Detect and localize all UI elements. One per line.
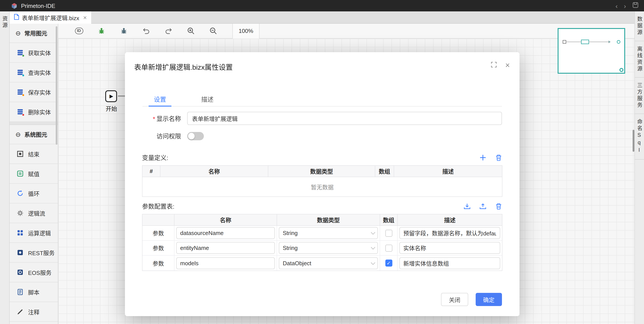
export-params-icon[interactable] bbox=[479, 202, 486, 210]
assign-icon bbox=[17, 170, 24, 177]
palette-item-label: 赋值 bbox=[28, 170, 40, 178]
col-header: 描述 bbox=[398, 214, 502, 225]
editor-tab[interactable]: 表单新增扩展逻辑.bizx × bbox=[10, 12, 91, 24]
chevron-down-icon bbox=[371, 260, 375, 264]
minimap-resize-handle[interactable] bbox=[620, 68, 624, 72]
chevron-down-icon bbox=[371, 245, 375, 250]
zoom-in-icon[interactable] bbox=[187, 27, 195, 35]
app-logo-icon bbox=[11, 2, 18, 9]
palette-item-delete-entity[interactable]: 删除实体 bbox=[10, 102, 58, 122]
right-rail: 数据源 离线资源 三方服务 命名Sql bbox=[634, 12, 644, 324]
left-rail: 资源 bbox=[0, 12, 10, 324]
tab-bar: 表单新增扩展逻辑.bizx × bbox=[10, 12, 634, 24]
access-label: 访问权限 bbox=[142, 132, 181, 140]
palette-item-get-entity[interactable]: 获取实体 bbox=[10, 43, 58, 63]
zoom-out-icon[interactable] bbox=[209, 27, 217, 35]
delete-param-icon[interactable] bbox=[494, 202, 502, 210]
variables-title: 变量定义: bbox=[142, 153, 168, 162]
canvas-scrollbar[interactable] bbox=[632, 130, 634, 152]
param-name-input[interactable] bbox=[176, 257, 275, 269]
palette-item-assign[interactable]: 赋值 bbox=[10, 164, 58, 184]
nav-back-icon[interactable]: ‹ bbox=[616, 2, 618, 9]
palette-item-comment[interactable]: 注释 bbox=[10, 302, 58, 322]
play-icon: ▶ bbox=[110, 94, 113, 99]
collapse-icon[interactable]: ⊖ bbox=[15, 30, 21, 36]
dialog-close-icon[interactable]: × bbox=[505, 62, 510, 69]
debug-run-icon[interactable] bbox=[97, 27, 105, 35]
toggle-knob bbox=[188, 133, 195, 139]
palette-item-end[interactable]: 结束 bbox=[10, 144, 58, 164]
debug-icon[interactable] bbox=[120, 27, 128, 35]
palette-item-rest-service[interactable]: REST服务 bbox=[10, 243, 58, 262]
palette-scrollbar[interactable] bbox=[56, 26, 58, 145]
param-type-select[interactable]: String bbox=[279, 242, 378, 254]
params-table: 名称 数据类型 数组 描述 参数 String ✓ 参数 String ✓ 参 bbox=[142, 214, 502, 271]
param-name-input[interactable] bbox=[176, 227, 275, 239]
access-toggle[interactable] bbox=[187, 132, 204, 140]
palette-item-label: 循环 bbox=[28, 189, 40, 198]
import-params-icon[interactable] bbox=[463, 202, 471, 210]
palette-item-script[interactable]: 脚本 bbox=[10, 282, 58, 302]
param-name-input[interactable] bbox=[176, 242, 275, 254]
properties-dialog: 表单新增扩展逻辑.bizx属性设置 × 设置 描述 *显示名称 访问权限 变量定… bbox=[125, 52, 520, 316]
right-rail-named-sql[interactable]: 命名Sql bbox=[635, 114, 644, 160]
palette-item-label: 运算逻辑 bbox=[28, 229, 51, 237]
zoom-level[interactable]: 100% bbox=[232, 24, 260, 38]
app-window: Primeton-IDE ‹ › 资源 表单新增扩展逻辑.bizx × ⊖ 常用… bbox=[0, 0, 644, 324]
array-checkbox[interactable]: ✓ bbox=[385, 230, 392, 236]
palette-item-query-entity[interactable]: 查询实体 bbox=[10, 63, 58, 82]
start-node[interactable]: ▶ bbox=[105, 90, 117, 102]
save-icon[interactable] bbox=[632, 2, 639, 10]
palette-item-label: 结束 bbox=[28, 150, 40, 158]
palette-item-label: 脚本 bbox=[28, 288, 40, 296]
palette-item-logic-flow[interactable]: 逻辑流 bbox=[10, 204, 58, 223]
fullscreen-icon[interactable] bbox=[491, 62, 497, 69]
col-header: 数据类型 bbox=[277, 214, 380, 225]
tab-description[interactable]: 描述 bbox=[196, 92, 219, 106]
minimap[interactable] bbox=[558, 28, 625, 74]
right-rail-offline-resources[interactable]: 离线资源 bbox=[635, 41, 644, 78]
palette-section-system[interactable]: ⊖ 系统图元 bbox=[10, 125, 58, 144]
delete-variable-icon[interactable] bbox=[494, 154, 502, 161]
titlebar: Primeton-IDE ‹ › bbox=[0, 0, 644, 12]
close-button[interactable]: 关闭 bbox=[441, 293, 468, 306]
dialog-tabs: 设置 描述 bbox=[142, 92, 502, 106]
add-variable-icon[interactable] bbox=[479, 154, 486, 161]
tab-settings[interactable]: 设置 bbox=[148, 92, 172, 106]
dialog-title: 表单新增扩展逻辑.bizx属性设置 bbox=[134, 62, 233, 72]
palette-item-label: 逻辑流 bbox=[28, 209, 45, 217]
end-icon bbox=[17, 150, 24, 158]
array-checkbox[interactable]: ✓ bbox=[385, 260, 392, 266]
param-desc-input[interactable] bbox=[400, 227, 500, 239]
id-toggle-icon[interactable]: ID bbox=[75, 27, 83, 35]
redo-icon[interactable] bbox=[164, 27, 172, 35]
array-checkbox[interactable]: ✓ bbox=[385, 244, 392, 252]
palette-item-eos-service[interactable]: EOS服务 bbox=[10, 262, 58, 282]
ok-button[interactable]: 确定 bbox=[476, 293, 502, 306]
palette-item-label: 注释 bbox=[28, 308, 40, 316]
right-rail-datasource[interactable]: 数据源 bbox=[635, 12, 644, 41]
collapse-icon[interactable]: ⊖ bbox=[15, 131, 21, 138]
right-rail-third-party-services[interactable]: 三方服务 bbox=[635, 78, 644, 114]
logic-flow-icon bbox=[17, 210, 24, 216]
palette-item-loop[interactable]: 循环 bbox=[10, 184, 58, 204]
palette-item-operation-logic[interactable]: 运算逻辑 bbox=[10, 223, 58, 243]
tab-close-icon[interactable]: × bbox=[83, 14, 86, 20]
palette-item-label: 获取实体 bbox=[28, 48, 51, 57]
display-name-input[interactable] bbox=[187, 112, 502, 125]
operation-logic-icon bbox=[17, 229, 24, 236]
palette-item-save-entity[interactable]: 保存实体 bbox=[10, 82, 58, 102]
comment-icon bbox=[17, 308, 24, 315]
col-header: 数组 bbox=[380, 214, 398, 225]
nav-forward-icon[interactable]: › bbox=[624, 2, 626, 9]
param-type-select[interactable]: String bbox=[279, 227, 378, 239]
params-title: 参数配置表: bbox=[142, 202, 174, 210]
left-rail-resources[interactable]: 资源 bbox=[1, 16, 8, 29]
get-entity-icon bbox=[17, 49, 24, 56]
palette-section-common[interactable]: ⊖ 常用图元 bbox=[10, 24, 58, 43]
param-desc-input[interactable] bbox=[400, 242, 500, 254]
param-type-select[interactable]: DataObject bbox=[279, 257, 378, 269]
param-desc-input[interactable] bbox=[400, 257, 500, 269]
canvas-toolbar: ID 100% bbox=[58, 24, 634, 38]
undo-icon[interactable] bbox=[142, 27, 150, 35]
